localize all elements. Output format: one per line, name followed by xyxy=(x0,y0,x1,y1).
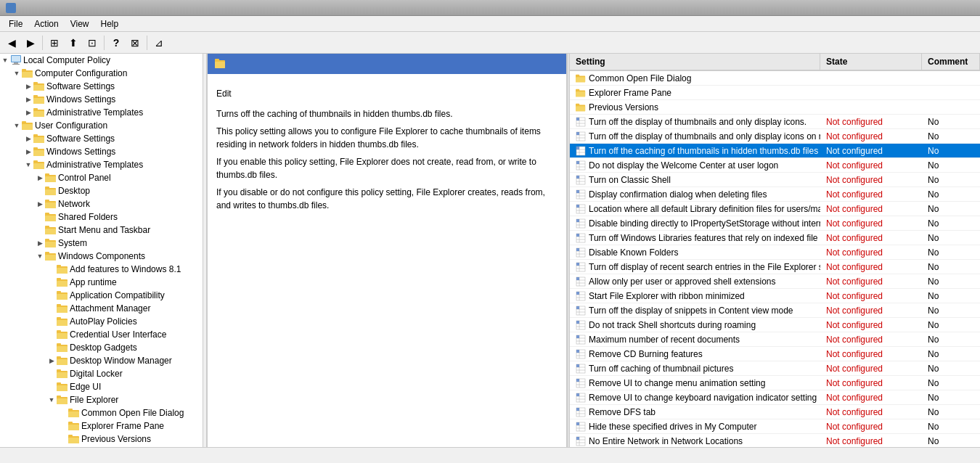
tree-toggle[interactable]: ▼ xyxy=(46,395,57,405)
col-state[interactable]: State xyxy=(820,54,922,70)
tree-toggle[interactable]: ▶ xyxy=(35,199,45,209)
settings-row[interactable]: Display confirmation dialog when deletin… xyxy=(570,187,980,202)
tree-toggle[interactable] xyxy=(46,290,57,300)
tree-toggle[interactable] xyxy=(58,408,68,418)
settings-row[interactable]: Location where all default Library defin… xyxy=(570,202,980,216)
tree-item-windows-settings[interactable]: ▶ Windows Settings xyxy=(0,93,203,106)
tree-item-common-open-file[interactable]: Common Open File Dialog xyxy=(0,406,203,419)
tree-toggle[interactable] xyxy=(46,303,57,314)
tree-item-administrative-templates[interactable]: ▶ Administrative Templates xyxy=(0,106,203,119)
help-button[interactable]: ? xyxy=(107,34,125,52)
tree-toggle[interactable]: ▶ xyxy=(23,94,33,105)
tree-item-app-runtime[interactable]: App runtime xyxy=(0,276,203,289)
forward-button[interactable]: ▶ xyxy=(22,34,39,52)
tree-toggle[interactable]: ▼ xyxy=(35,251,45,261)
back-button[interactable]: ◀ xyxy=(3,34,20,52)
tree-item-file-revocation[interactable]: File Revocation xyxy=(0,446,203,447)
tree-toggle[interactable]: ▶ xyxy=(35,173,45,183)
settings-row[interactable]: Turn off Windows Libraries features that… xyxy=(570,231,980,245)
tree-item-administrative-templates-user[interactable]: ▼ Administrative Templates xyxy=(0,158,203,171)
tree-toggle[interactable]: ▼ xyxy=(0,55,10,65)
tree-toggle[interactable] xyxy=(46,264,57,274)
tree-item-application-compatibility[interactable]: Application Compatibility xyxy=(0,289,203,302)
tree-toggle[interactable] xyxy=(46,343,57,353)
tree-toggle[interactable]: ▶ xyxy=(46,356,57,366)
tree-item-explorer-frame-pane[interactable]: Explorer Frame Pane xyxy=(0,419,203,433)
show-console-tree-button[interactable]: ⊞ xyxy=(46,34,63,52)
settings-panel[interactable]: Setting State Comment Common Open File D… xyxy=(570,54,980,447)
tree-item-system[interactable]: ▶ System xyxy=(0,237,203,250)
settings-row[interactable]: Remove UI to change keyboard navigation … xyxy=(570,390,980,405)
tree-item-software-settings[interactable]: ▶ Software Settings xyxy=(0,80,203,93)
tree-item-digital-locker[interactable]: Digital Locker xyxy=(0,367,203,380)
settings-row[interactable]: Common Open File Dialog xyxy=(570,71,980,86)
tree-toggle[interactable]: ▼ xyxy=(12,68,22,78)
tree-panel[interactable]: ▼ Local Computer Policy▼ Computer Config… xyxy=(0,54,203,447)
tree-toggle[interactable]: ▶ xyxy=(23,81,33,91)
tree-item-computer-configuration[interactable]: ▼ Computer Configuration xyxy=(0,67,203,80)
menu-item-help[interactable]: Help xyxy=(95,17,125,30)
tree-toggle[interactable] xyxy=(35,212,45,222)
tree-item-control-panel[interactable]: ▶ Control Panel xyxy=(0,171,203,184)
settings-row[interactable]: Do not track Shell shortcuts during roam… xyxy=(570,318,980,332)
settings-row[interactable]: Turn off caching of thumbnail picturesNo… xyxy=(570,361,980,376)
settings-row[interactable]: Disable Known FoldersNot configuredNo xyxy=(570,245,980,260)
tree-toggle[interactable] xyxy=(58,434,68,444)
col-comment[interactable]: Comment xyxy=(922,54,980,70)
tree-item-file-explorer[interactable]: ▼ File Explorer xyxy=(0,393,203,406)
settings-row[interactable]: Allow only per user or approved shell ex… xyxy=(570,274,980,289)
menu-item-action[interactable]: Action xyxy=(28,17,64,30)
tree-item-user-configuration[interactable]: ▼ User Configuration xyxy=(0,119,203,132)
tree-item-desktop-gadgets[interactable]: Desktop Gadgets xyxy=(0,341,203,354)
tree-item-shared-folders[interactable]: Shared Folders xyxy=(0,210,203,224)
tree-toggle[interactable] xyxy=(58,421,68,431)
tree-toggle[interactable]: ▼ xyxy=(23,160,33,170)
tree-toggle[interactable] xyxy=(46,277,57,287)
settings-row[interactable]: Remove DFS tabNot configuredNo xyxy=(570,405,980,419)
tree-toggle[interactable] xyxy=(35,186,45,196)
settings-row[interactable]: Explorer Frame Pane xyxy=(570,86,980,100)
tree-item-attachment-manager[interactable]: Attachment Manager xyxy=(0,302,203,315)
tree-toggle[interactable] xyxy=(46,369,57,379)
tree-item-start-menu-taskbar[interactable]: Start Menu and Taskbar xyxy=(0,224,203,237)
settings-row[interactable]: Maximum number of recent documentsNot co… xyxy=(570,332,980,347)
show-hide-button[interactable]: ⊡ xyxy=(83,34,101,52)
settings-row[interactable]: Disable binding directly to IPropertySet… xyxy=(570,216,980,231)
tree-toggle[interactable]: ▶ xyxy=(23,107,33,118)
tree-toggle[interactable]: ▶ xyxy=(23,134,33,144)
properties-button[interactable]: ⊠ xyxy=(126,34,144,52)
tree-item-windows-components[interactable]: ▼ Windows Components xyxy=(0,250,203,263)
tree-item-software-settings-user[interactable]: ▶ Software Settings xyxy=(0,132,203,145)
tree-item-network[interactable]: ▶ Network xyxy=(0,197,203,210)
tree-item-edge-ui[interactable]: Edge UI xyxy=(0,380,203,393)
settings-row[interactable]: Previous Versions xyxy=(570,100,980,115)
settings-row[interactable]: Remove UI to change menu animation setti… xyxy=(570,376,980,390)
tree-item-previous-versions[interactable]: Previous Versions xyxy=(0,433,203,446)
settings-row[interactable]: Turn off the display of thumbnails and o… xyxy=(570,115,980,129)
tree-item-windows-settings-user[interactable]: ▶ Windows Settings xyxy=(0,145,203,158)
up-one-level-button[interactable]: ⬆ xyxy=(65,34,82,52)
tree-toggle[interactable]: ▶ xyxy=(23,147,33,157)
settings-row[interactable]: Start File Explorer with ribbon minimize… xyxy=(570,289,980,303)
tree-item-desktop-window-manager[interactable]: ▶ Desktop Window Manager xyxy=(0,354,203,367)
menu-item-file[interactable]: File xyxy=(3,17,28,30)
settings-row[interactable]: Turn off the caching of thumbnails in hi… xyxy=(570,144,980,158)
settings-row[interactable]: Remove CD Burning featuresNot configured… xyxy=(570,347,980,361)
settings-row[interactable]: Turn off display of recent search entrie… xyxy=(570,260,980,274)
settings-row[interactable]: No Entire Network in Network LocationsNo… xyxy=(570,434,980,447)
settings-row[interactable]: Turn on Classic ShellNot configuredNo xyxy=(570,173,980,187)
filter-button[interactable]: ⊿ xyxy=(150,34,168,52)
tree-item-credential-user-interface[interactable]: Credential User Interface xyxy=(0,328,203,341)
settings-row[interactable]: Hide these specified drives in My Comput… xyxy=(570,419,980,434)
menu-item-view[interactable]: View xyxy=(65,17,95,30)
settings-row[interactable]: Turn off the display of snippets in Cont… xyxy=(570,303,980,318)
tree-toggle[interactable] xyxy=(46,382,57,392)
tree-toggle[interactable] xyxy=(46,316,57,327)
edit-policy-link[interactable]: Edit xyxy=(216,87,558,100)
tree-toggle[interactable] xyxy=(35,225,45,235)
tree-item-autoplay-policies[interactable]: AutoPlay Policies xyxy=(0,315,203,328)
settings-row[interactable]: Turn off the display of thumbnails and o… xyxy=(570,129,980,144)
tree-item-local-computer-policy[interactable]: ▼ Local Computer Policy xyxy=(0,54,203,67)
tree-item-desktop[interactable]: Desktop xyxy=(0,184,203,197)
settings-row[interactable]: Do not display the Welcome Center at use… xyxy=(570,158,980,173)
